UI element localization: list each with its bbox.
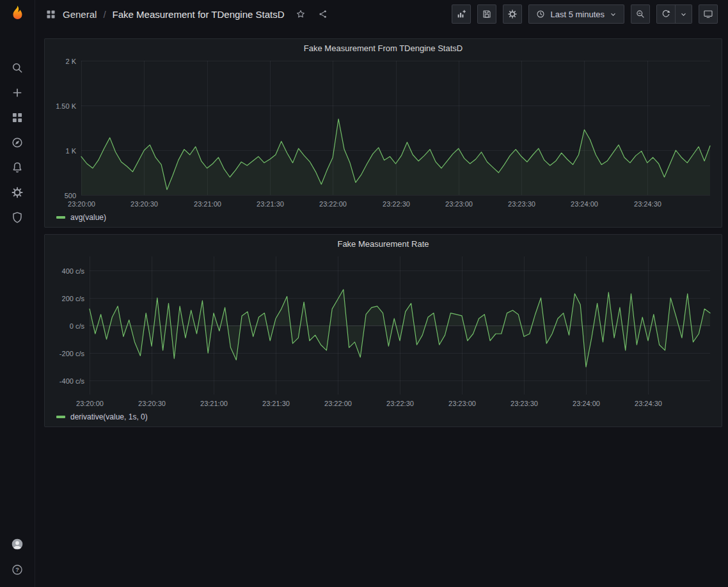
refresh-dashboard-button[interactable] xyxy=(656,4,676,24)
sidebar-item-search[interactable] xyxy=(0,55,35,80)
sidebar-item-server-admin[interactable] xyxy=(0,205,35,230)
svg-text:23:22:30: 23:22:30 xyxy=(383,200,410,208)
user-profile-button[interactable] xyxy=(0,535,35,554)
plus-icon xyxy=(11,86,24,99)
refresh-button-group xyxy=(656,4,692,24)
share-icon xyxy=(318,9,328,19)
dashboard-canvas: Fake Measurement From TDengine StatsD 23… xyxy=(35,28,728,427)
clock-icon xyxy=(535,9,546,19)
sidebar-item-dashboards[interactable] xyxy=(0,105,35,130)
chart-legend: derivative(value, 1s, 0) xyxy=(45,411,722,427)
chart-legend: avg(value) xyxy=(45,212,722,227)
svg-text:23:23:00: 23:23:00 xyxy=(445,200,473,208)
breadcrumb-dashboard-title: Fake Measurement for TDengine StatsD xyxy=(113,9,285,20)
svg-text:23:23:30: 23:23:30 xyxy=(508,200,535,208)
sidebar-bottom: ? xyxy=(0,535,35,587)
chevron-down-icon xyxy=(609,10,617,19)
svg-text:23:21:30: 23:21:30 xyxy=(257,200,284,208)
apps-grid-icon xyxy=(45,9,56,20)
monitor-icon xyxy=(703,9,713,19)
compass-icon xyxy=(11,136,24,149)
svg-text:23:20:00: 23:20:00 xyxy=(76,400,104,407)
panel-fake-measurement: Fake Measurement From TDengine StatsD 23… xyxy=(44,38,722,228)
gear-icon xyxy=(507,9,518,19)
zoom-out-icon xyxy=(635,9,645,19)
search-icon xyxy=(11,61,24,74)
svg-text:23:22:30: 23:22:30 xyxy=(386,400,414,407)
star-dashboard-button[interactable] xyxy=(294,8,307,20)
time-range-picker[interactable]: Last 5 minutes xyxy=(528,4,624,24)
breadcrumb-separator: / xyxy=(103,9,106,20)
refresh-icon xyxy=(661,9,671,19)
svg-text:23:21:30: 23:21:30 xyxy=(262,400,290,407)
dashboard-settings-button[interactable] xyxy=(503,4,522,24)
svg-text:200 c/s: 200 c/s xyxy=(62,295,85,302)
svg-text:23:20:30: 23:20:30 xyxy=(131,200,158,208)
add-panel-icon xyxy=(456,9,466,19)
sidebar-item-explore[interactable] xyxy=(0,130,35,155)
panel-title: Fake Measurement From TDengine StatsD xyxy=(304,43,463,53)
sidebar: ? xyxy=(0,0,35,587)
help-question-icon: ? xyxy=(11,563,24,576)
panel-fake-measurement-rate: Fake Measurement Rate 23:20:0023:20:3023… xyxy=(44,234,722,427)
svg-text:23:24:30: 23:24:30 xyxy=(634,200,661,208)
app-root: ? General / Fake Measurement for TDengin… xyxy=(0,0,728,587)
svg-text:1.50 K: 1.50 K xyxy=(56,102,76,110)
sidebar-item-configuration[interactable] xyxy=(0,180,35,205)
kiosk-mode-button[interactable] xyxy=(699,4,718,24)
bell-icon xyxy=(11,161,24,174)
svg-text:23:22:00: 23:22:00 xyxy=(319,200,347,208)
legend-series-label[interactable]: derivative(value, 1s, 0) xyxy=(70,412,148,421)
gear-icon xyxy=(11,186,24,199)
refresh-interval-dropdown[interactable] xyxy=(676,4,692,24)
add-panel-button[interactable] xyxy=(452,4,471,24)
save-icon xyxy=(482,9,492,19)
time-range-label: Last 5 minutes xyxy=(550,10,605,19)
svg-text:23:20:30: 23:20:30 xyxy=(138,400,166,407)
time-series-chart[interactable]: 23:20:0023:20:3023:21:0023:21:3023:22:00… xyxy=(51,57,715,212)
svg-text:23:21:00: 23:21:00 xyxy=(194,200,221,208)
breadcrumb-folder[interactable]: General xyxy=(63,9,97,20)
svg-text:1 K: 1 K xyxy=(65,147,76,155)
svg-text:400 c/s: 400 c/s xyxy=(62,267,85,275)
svg-text:23:24:30: 23:24:30 xyxy=(635,400,662,407)
grafana-logo[interactable] xyxy=(0,0,35,28)
svg-text:23:24:00: 23:24:00 xyxy=(573,400,600,407)
svg-text:2 K: 2 K xyxy=(65,58,76,65)
main-area: General / Fake Measurement for TDengine … xyxy=(35,0,728,587)
apps-grid-icon xyxy=(11,111,24,124)
legend-series-marker xyxy=(56,216,65,219)
sidebar-item-alerting[interactable] xyxy=(0,155,35,180)
svg-text:23:23:00: 23:23:00 xyxy=(448,400,476,407)
star-icon xyxy=(296,9,306,19)
svg-text:23:20:00: 23:20:00 xyxy=(68,200,95,208)
time-series-chart[interactable]: 23:20:0023:20:3023:21:0023:21:3023:22:00… xyxy=(51,253,715,411)
shield-icon xyxy=(11,211,24,224)
share-dashboard-button[interactable] xyxy=(317,8,329,20)
svg-text:?: ? xyxy=(15,567,19,573)
svg-text:-200 c/s: -200 c/s xyxy=(59,350,85,357)
svg-text:23:24:00: 23:24:00 xyxy=(571,200,598,208)
svg-text:23:21:00: 23:21:00 xyxy=(200,400,228,407)
svg-text:-400 c/s: -400 c/s xyxy=(59,377,85,385)
svg-text:0 c/s: 0 c/s xyxy=(70,322,85,330)
sidebar-item-create[interactable] xyxy=(0,80,35,105)
top-navigation: General / Fake Measurement for TDengine … xyxy=(35,0,728,28)
chart-area: 23:20:0023:20:3023:21:0023:21:3023:22:00… xyxy=(45,253,722,411)
grafana-flame-icon xyxy=(8,4,27,24)
chart-area: 23:20:0023:20:3023:21:0023:21:3023:22:00… xyxy=(45,57,722,212)
panel-title-menu[interactable]: Fake Measurement Rate xyxy=(45,235,722,253)
zoom-out-button[interactable] xyxy=(631,4,650,24)
sidebar-menu xyxy=(0,55,35,230)
save-dashboard-button[interactable] xyxy=(477,4,496,24)
svg-text:500: 500 xyxy=(65,192,76,200)
legend-series-label[interactable]: avg(value) xyxy=(70,213,106,222)
help-button[interactable]: ? xyxy=(0,560,35,579)
svg-text:23:23:30: 23:23:30 xyxy=(510,400,538,407)
chevron-down-icon xyxy=(679,10,688,19)
dashboards-breadcrumb-icon[interactable] xyxy=(45,9,56,20)
panel-title: Fake Measurement Rate xyxy=(337,239,429,249)
toolbar-actions: Last 5 minutes xyxy=(452,4,718,24)
svg-text:23:22:00: 23:22:00 xyxy=(324,400,352,407)
panel-title-menu[interactable]: Fake Measurement From TDengine StatsD xyxy=(45,39,722,57)
